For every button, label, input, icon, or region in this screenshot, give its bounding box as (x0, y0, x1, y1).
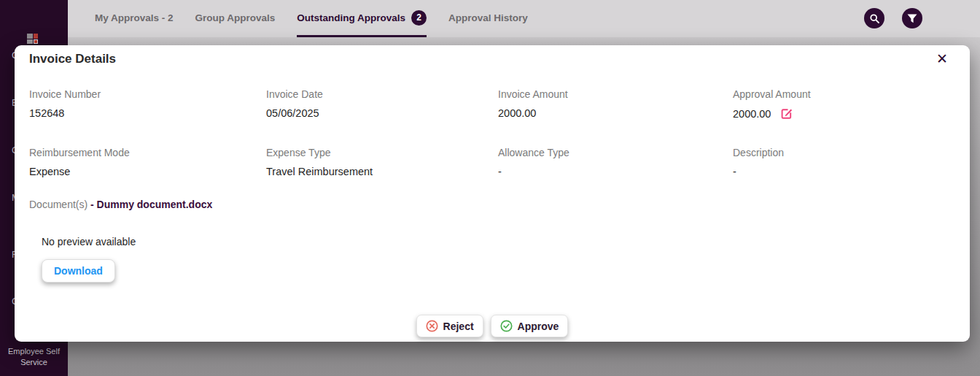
field-approval-amount: Approval Amount 2000.00 (733, 88, 952, 120)
no-preview-text: No preview available (42, 236, 136, 248)
field-value: 05/06/2025 (266, 107, 485, 119)
approve-icon (500, 320, 513, 332)
documents-label: Document(s) (29, 199, 88, 210)
field-label: Invoice Date (266, 88, 485, 100)
field-value: - (733, 166, 952, 177)
modal-title: Invoice Details (29, 52, 116, 66)
field-value: 2000.00 (498, 107, 717, 119)
field-invoice-date: Invoice Date 05/06/2025 (266, 88, 485, 119)
field-label: Description (733, 147, 952, 158)
field-label: Reimbursement Mode (29, 147, 248, 158)
filter-button[interactable] (902, 8, 922, 28)
sidebar-footer-line1: Employee Self (0, 346, 68, 356)
document-link[interactable]: - Dummy document.docx (90, 199, 212, 210)
field-invoice-number: Invoice Number 152648 (29, 88, 248, 119)
sidebar-item-employee-self-service[interactable]: Employee Self Service (0, 346, 68, 367)
field-expense-type: Expense Type Travel Reimbursement (266, 147, 485, 177)
search-button[interactable] (864, 8, 884, 28)
tab-group-approvals-label: Group Approvals (195, 12, 276, 23)
field-label: Invoice Number (29, 88, 248, 100)
field-label: Invoice Amount (498, 88, 717, 100)
sidebar-footer-line2: Service (0, 357, 68, 367)
field-invoice-amount: Invoice Amount 2000.00 (498, 88, 717, 119)
field-value: 152648 (29, 107, 248, 119)
field-value: 2000.00 (733, 108, 771, 120)
invoice-details-modal: Invoice Details ✕ Invoice Number 152648 … (15, 45, 970, 342)
tab-my-approvals-label: My Approvals - 2 (95, 12, 174, 23)
tab-approval-history-label: Approval History (448, 12, 528, 23)
field-value: Expense (29, 166, 248, 177)
outstanding-approvals-count-badge: 2 (411, 10, 427, 26)
edit-approval-amount-icon[interactable] (781, 107, 793, 120)
close-icon[interactable]: ✕ (936, 50, 948, 67)
field-label: Expense Type (266, 147, 485, 158)
reject-icon (426, 320, 438, 332)
field-label: Allowance Type (498, 147, 717, 158)
tab-approval-history[interactable]: Approval History (448, 0, 528, 37)
tabs: My Approvals - 2 Group Approvals Outstan… (95, 0, 528, 37)
approve-button-label: Approve (518, 321, 559, 332)
tab-group-approvals[interactable]: Group Approvals (195, 0, 276, 37)
approvals-tab-bar: My Approvals - 2 Group Approvals Outstan… (68, 0, 980, 37)
field-value: Travel Reimbursement (266, 166, 485, 177)
tab-my-approvals[interactable]: My Approvals - 2 (95, 0, 174, 37)
tab-outstanding-approvals[interactable]: Outstanding Approvals 2 (297, 0, 427, 37)
tab-outstanding-approvals-label: Outstanding Approvals (297, 12, 405, 23)
download-button[interactable]: Download (42, 259, 115, 283)
reject-button-label: Reject (443, 321, 474, 332)
approve-button[interactable]: Approve (491, 315, 569, 337)
reject-button[interactable]: Reject (416, 315, 483, 337)
field-reimbursement-mode: Reimbursement Mode Expense (29, 147, 248, 177)
filter-icon (907, 14, 917, 23)
field-description: Description - (733, 147, 952, 177)
app-logo-icon[interactable] (26, 32, 39, 45)
modal-footer: Reject Approve (15, 315, 970, 337)
field-allowance-type: Allowance Type - (498, 147, 717, 177)
field-value: - (498, 166, 717, 177)
documents-row: Document(s) - Dummy document.docx (29, 199, 212, 210)
field-label: Approval Amount (733, 88, 952, 100)
search-icon (869, 13, 880, 24)
